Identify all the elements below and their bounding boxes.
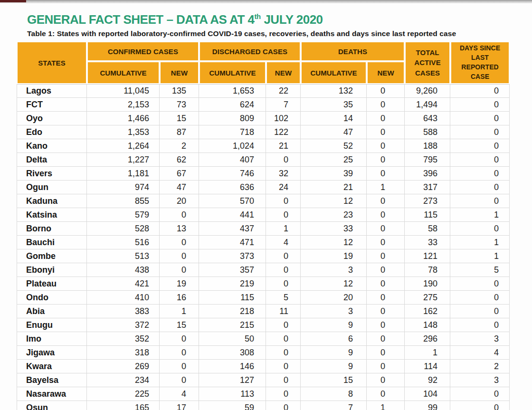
cell-total-active-cases: 273 [405, 194, 450, 208]
cell-deaths-cumulative: 9 [301, 346, 367, 360]
window-top-edge [0, 0, 532, 3]
table-row: Ebonyi4380357030785 [17, 263, 510, 277]
cell-state: Edo [17, 125, 87, 139]
cell-state: Oyo [17, 112, 87, 125]
cell-deaths-new: 0 [367, 236, 405, 249]
cell-days-since-last-reported-case: 0 [450, 222, 510, 236]
cell-state: Lagos [17, 84, 87, 98]
cell-deaths-cumulative: 21 [301, 181, 367, 194]
table-row: Kwara26901460901142 [17, 360, 510, 373]
table-header: STATES CONFIRMED CASES DISCHARGED CASES … [17, 41, 510, 84]
cell-discharged-cumulative: 115 [199, 291, 266, 305]
cell-deaths-new: 0 [367, 346, 405, 360]
cell-state: Jigawa [17, 346, 87, 360]
table-row: Nasarawa22541130801040 [17, 387, 510, 401]
cell-discharged-new: 0 [266, 194, 301, 208]
cell-deaths-new: 0 [367, 318, 405, 332]
cell-confirmed-cumulative: 974 [87, 181, 160, 194]
cell-confirmed-new: 19 [160, 277, 199, 291]
cell-days-since-last-reported-case: 1 [450, 236, 510, 249]
cell-confirmed-new: 15 [160, 318, 199, 332]
cell-deaths-cumulative: 25 [301, 153, 367, 167]
cell-state: Plateau [17, 277, 87, 291]
cell-days-since-last-reported-case: 5 [450, 263, 510, 277]
header-confirmed-cases: CONFIRMED CASES [87, 41, 199, 61]
cell-discharged-cumulative: 407 [199, 153, 266, 167]
cell-state: Kwara [17, 360, 87, 373]
cell-deaths-cumulative: 15 [301, 373, 367, 387]
cell-days-since-last-reported-case: 0 [450, 194, 510, 208]
table-row: Plateau4211921901201900 [17, 277, 510, 291]
table-row: FCT2,1537362473501,4940 [17, 98, 510, 112]
table-body: Lagos11,0451351,6532213209,2600FCT2,1537… [17, 84, 510, 410]
cell-confirmed-new: 0 [160, 360, 199, 373]
table-row: Oyo1,466158091021406430 [17, 112, 510, 125]
cell-state: Ondo [17, 291, 87, 305]
cell-discharged-new: 7 [266, 98, 301, 112]
cell-confirmed-cumulative: 352 [87, 332, 160, 346]
cell-discharged-cumulative: 215 [199, 318, 266, 332]
cell-state: Gombe [17, 249, 87, 263]
cell-confirmed-new: 4 [160, 387, 199, 401]
header-confirmed-cumulative: CUMULATIVE [87, 61, 160, 84]
cell-discharged-cumulative: 59 [199, 401, 266, 410]
table-row: Edo1,353877181224705880 [17, 125, 510, 139]
cell-confirmed-cumulative: 579 [87, 208, 160, 222]
cell-confirmed-cumulative: 1,227 [87, 153, 160, 167]
cell-discharged-cumulative: 218 [199, 305, 266, 318]
table-row: Enugu372152150901480 [17, 318, 510, 332]
cell-deaths-new: 0 [367, 194, 405, 208]
cell-confirmed-cumulative: 383 [87, 305, 160, 318]
header-discharged-cumulative: CUMULATIVE [199, 61, 266, 84]
cell-discharged-cumulative: 357 [199, 263, 266, 277]
cell-discharged-new: 0 [266, 277, 301, 291]
header-deaths: DEATHS [301, 41, 405, 61]
cell-days-since-last-reported-case: 1 [450, 249, 510, 263]
cell-state: Nasarawa [17, 387, 87, 401]
cell-discharged-cumulative: 437 [199, 222, 266, 236]
cell-deaths-new: 0 [367, 291, 405, 305]
cell-deaths-cumulative: 12 [301, 236, 367, 249]
cell-deaths-new: 0 [367, 249, 405, 263]
cell-days-since-last-reported-case: 0 [450, 305, 510, 318]
cell-total-active-cases: 148 [405, 318, 450, 332]
cell-confirmed-cumulative: 516 [87, 236, 160, 249]
cell-total-active-cases: 188 [405, 139, 450, 153]
cell-deaths-new: 0 [367, 139, 405, 153]
cell-deaths-new: 0 [367, 305, 405, 318]
cell-days-since-last-reported-case: 0 [450, 98, 510, 112]
cell-state: Rivers [17, 167, 87, 181]
cell-discharged-new: 0 [266, 318, 301, 332]
table-row: Bayelsa23401270150923 [17, 373, 510, 387]
cell-days-since-last-reported-case: 0 [450, 125, 510, 139]
cell-days-since-last-reported-case: 0 [450, 167, 510, 181]
cell-total-active-cases: 588 [405, 125, 450, 139]
cell-confirmed-new: 1 [160, 305, 199, 318]
cell-deaths-new: 0 [367, 167, 405, 181]
header-group-row: STATES CONFIRMED CASES DISCHARGED CASES … [17, 41, 510, 61]
cell-deaths-cumulative: 3 [301, 305, 367, 318]
cell-days-since-last-reported-case: 0 [450, 318, 510, 332]
cell-confirmed-new: 0 [160, 346, 199, 360]
cell-discharged-cumulative: 441 [199, 208, 266, 222]
cell-deaths-cumulative: 39 [301, 167, 367, 181]
table-row: Lagos11,0451351,6532213209,2600 [17, 84, 510, 98]
header-discharged-new: NEW [266, 61, 301, 84]
cell-total-active-cases: 1 [405, 346, 450, 360]
cell-deaths-cumulative: 20 [301, 291, 367, 305]
table-row: Jigawa318030809014 [17, 346, 510, 360]
table-row: Ogun97447636242113170 [17, 181, 510, 194]
cell-deaths-cumulative: 9 [301, 318, 367, 332]
cell-confirmed-cumulative: 528 [87, 222, 160, 236]
page-title-text: GENERAL FACT SHEET – DATA AS AT 4 [27, 12, 255, 27]
cell-total-active-cases: 643 [405, 112, 450, 125]
cell-discharged-new: 1 [266, 222, 301, 236]
cell-confirmed-cumulative: 1,353 [87, 125, 160, 139]
cell-confirmed-cumulative: 1,181 [87, 167, 160, 181]
cell-discharged-new: 21 [266, 139, 301, 153]
cell-discharged-new: 0 [266, 332, 301, 346]
cell-state: Osun [17, 401, 87, 410]
document-viewport: { "colors": { "title_green": "#2A9D74", … [0, 0, 532, 410]
cell-confirmed-cumulative: 855 [87, 194, 160, 208]
cell-state: Bayelsa [17, 373, 87, 387]
